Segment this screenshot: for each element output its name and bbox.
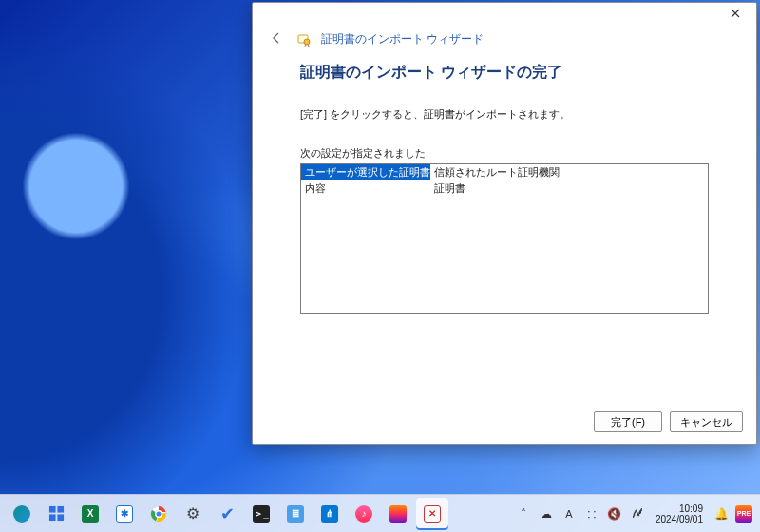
tray-volume[interactable]: 🔇 (606, 503, 623, 525)
taskbar-clock[interactable]: 10:09 2024/09/01 (652, 504, 707, 524)
windows-start-icon (48, 505, 65, 522)
terminal-icon: ＞_ (253, 505, 270, 522)
dialog-button-row: 完了(F) キャンセル (594, 411, 743, 432)
copilot-icon: PRE (735, 505, 752, 522)
cloud-icon: ☁ (541, 507, 552, 521)
edge-icon (13, 505, 30, 522)
bell-icon: 🔔 (714, 507, 729, 521)
cert-app-icon: ✕ (424, 505, 441, 522)
svg-point-1 (304, 39, 310, 45)
finish-button[interactable]: 完了(F) (594, 411, 662, 432)
tray-overflow[interactable]: ˄ (515, 503, 532, 525)
shield-icon: ✱ (116, 505, 133, 522)
taskbar-app[interactable] (382, 498, 414, 530)
taskbar-vscode[interactable]: ⋔ (314, 498, 346, 530)
ime-icon: A (565, 508, 572, 520)
settings-row[interactable]: 内容 証明書 (301, 180, 708, 197)
close-icon (731, 9, 740, 18)
certificate-icon (296, 32, 312, 48)
battery-icon: 🗲 (632, 507, 643, 521)
tray-onedrive[interactable]: ☁ (538, 503, 555, 525)
chrome-icon (150, 505, 167, 522)
close-button[interactable] (716, 3, 754, 24)
wizard-page-title: 証明書のインポート ウィザードの完了 (300, 63, 709, 83)
tray-copilot[interactable]: PRE (735, 503, 752, 525)
taskbar-todo[interactable]: ✔ (211, 498, 243, 530)
svg-rect-5 (57, 514, 64, 521)
check-icon: ✔ (220, 504, 235, 524)
svg-rect-3 (57, 506, 64, 513)
taskbar-apps: X ✱ ⚙ ✔ ＞_ ≣ ⋔ ♪ ✕ (6, 498, 448, 530)
svg-rect-2 (48, 506, 55, 513)
wizard-breadcrumb: 証明書のインポート ウィザード (321, 31, 484, 48)
wizard-content: 証明書のインポート ウィザードの完了 [完了] をクリックすると、証明書がインポ… (253, 57, 756, 314)
wizard-header-row: 証明書のインポート ウィザード (253, 28, 756, 57)
vscode-icon: ⋔ (321, 505, 338, 522)
settings-row-value: 信頼されたルート証明機関 (430, 164, 708, 180)
tray-notifications[interactable]: 🔔 (712, 503, 730, 525)
svg-rect-4 (48, 514, 55, 521)
tray-wifi[interactable]: ⸬ (583, 503, 600, 525)
settings-specified-label: 次の設定が指定されました: (300, 146, 709, 161)
taskbar-itunes[interactable]: ♪ (348, 498, 380, 530)
taskbar-edge[interactable] (6, 498, 38, 530)
back-button[interactable] (266, 29, 287, 49)
settings-row-value: 証明書 (430, 180, 708, 197)
system-tray: ˄ ☁ A ⸬ 🔇 🗲 10:09 2024/09/01 🔔 PRE (515, 503, 752, 525)
taskbar: X ✱ ⚙ ✔ ＞_ ≣ ⋔ ♪ ✕ ˄ ☁ A ⸬ 🔇 🗲 10:09 202… (0, 494, 760, 532)
taskbar-chrome[interactable] (142, 498, 175, 530)
wifi-icon: ⸬ (588, 507, 596, 521)
desktop-background: 証明書のインポート ウィザード 証明書のインポート ウィザードの完了 [完了] … (0, 0, 760, 532)
clock-time: 10:09 (656, 504, 703, 514)
taskbar-notepad[interactable]: ≣ (279, 498, 312, 530)
tray-battery[interactable]: 🗲 (629, 503, 646, 525)
svg-point-7 (156, 510, 162, 516)
tray-ime[interactable]: A (560, 503, 578, 525)
chevron-up-icon: ˄ (521, 507, 526, 521)
dialog-titlebar (253, 3, 756, 28)
notepad-icon: ≣ (287, 505, 304, 522)
back-arrow-icon (270, 31, 283, 45)
clock-date: 2024/09/01 (656, 514, 703, 524)
music-icon: ♪ (355, 505, 372, 522)
taskbar-certmgr-active[interactable]: ✕ (416, 498, 448, 530)
wizard-instruction: [完了] をクリックすると、証明書がインポートされます。 (300, 107, 709, 122)
settings-row[interactable]: ユーザーが選択した証明書ストア 信頼されたルート証明機関 (301, 164, 708, 180)
taskbar-start[interactable] (40, 498, 72, 530)
settings-listview[interactable]: ユーザーが選択した証明書ストア 信頼されたルート証明機関 内容 証明書 (300, 163, 709, 314)
taskbar-settings[interactable]: ⚙ (177, 498, 209, 530)
volume-mute-icon: 🔇 (607, 507, 621, 521)
cancel-button[interactable]: キャンセル (670, 411, 743, 432)
certificate-import-wizard-dialog: 証明書のインポート ウィザード 証明書のインポート ウィザードの完了 [完了] … (252, 2, 757, 445)
settings-row-key: 内容 (301, 180, 430, 197)
excel-icon: X (82, 505, 99, 522)
settings-row-key: ユーザーが選択した証明書ストア (301, 164, 430, 180)
taskbar-excel[interactable]: X (74, 498, 106, 530)
taskbar-defender[interactable]: ✱ (108, 498, 141, 530)
colored-app-icon (390, 505, 407, 522)
gear-icon: ⚙ (186, 504, 200, 522)
taskbar-terminal[interactable]: ＞_ (245, 498, 277, 530)
